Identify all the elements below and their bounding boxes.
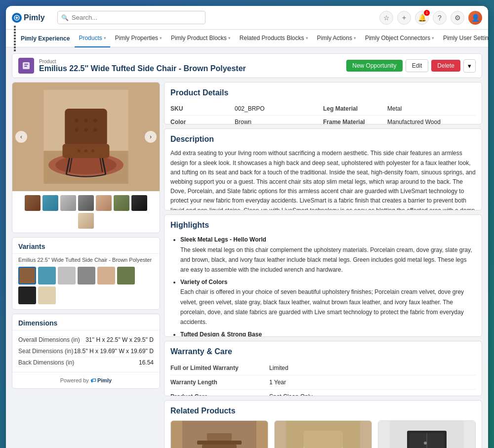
more-button[interactable]: ▾	[463, 59, 476, 73]
nav-connectors[interactable]: Pimly Object Connectors ▾	[361, 30, 438, 47]
topbar-actions: ☆ ＋ 🔔 1 ? ⚙ 👤	[379, 11, 482, 25]
highlight-item-3: Tufted Design & Strong Base The sophisti…	[180, 329, 476, 337]
highlight-item-2: Variety of Colors Each chair is offered …	[180, 277, 476, 327]
svg-point-8	[55, 156, 117, 174]
thumbnail-7[interactable]	[131, 195, 147, 211]
svg-point-15	[93, 128, 97, 132]
thumbnail-5[interactable]	[96, 195, 112, 211]
avatar[interactable]: 👤	[468, 11, 482, 25]
dimensions-table: Overall Dimensions (in) 31'' H x 22.5'' …	[12, 330, 160, 372]
product-details-grid: SKU 002_BRPO Color Brown Leg M	[170, 102, 476, 124]
thumbnail-4[interactable]	[78, 195, 94, 211]
product-image-main: ‹ ›	[12, 82, 160, 191]
product-header: Product Emilius 22.5'' Wide Tufted Side …	[12, 53, 482, 78]
nav-user-settings[interactable]: Pimly User Settings ▾	[439, 30, 488, 47]
variant-swatch-6[interactable]	[117, 267, 135, 285]
warranty-section: Warranty & Care Full or Limited Warranty…	[165, 341, 482, 396]
chevron-down-icon: ▾	[228, 36, 231, 41]
right-column: Product Details SKU 002_BRPO Color Brown	[164, 82, 482, 448]
svg-rect-9	[65, 109, 107, 146]
nav-pimly-properties[interactable]: Pimly Properties ▾	[111, 30, 166, 47]
details-right: Leg Material Metal Frame Material Manufa…	[323, 102, 476, 124]
nav-grid-icon[interactable]	[12, 24, 18, 53]
product-details-card: Product Details SKU 002_BRPO Color Brown	[164, 82, 482, 124]
description-title: Description	[170, 135, 476, 144]
variant-swatch-7[interactable]	[18, 286, 36, 304]
search-bar: 🔍	[57, 11, 206, 24]
left-column: ‹ › Variants	[12, 82, 160, 448]
nav-actions[interactable]: Pimly Actions ▾	[313, 30, 360, 47]
bell-icon[interactable]: 🔔 1	[415, 11, 429, 25]
variant-swatch-8[interactable]	[38, 286, 56, 304]
highlights-section: Highlights Sleek Metal Legs - Hello Worl…	[165, 215, 482, 337]
product-icon-box	[18, 58, 34, 74]
settings-icon[interactable]: ⚙	[451, 11, 464, 25]
related-product-3[interactable]: Appalachian End Table	[378, 420, 476, 448]
delete-button[interactable]: Delete	[431, 60, 460, 72]
nav-product-blocks[interactable]: Pimly Product Blocks ▾	[167, 30, 235, 47]
svg-rect-33	[293, 443, 303, 448]
variant-swatch-4[interactable]	[78, 267, 95, 285]
chevron-down-icon: ▾	[432, 36, 434, 41]
main-content: Product Emilius 22.5'' Wide Tufted Side …	[6, 47, 488, 448]
bookmark-icon[interactable]: ☆	[379, 11, 393, 25]
new-opportunity-button[interactable]: New Opportunity	[346, 60, 402, 72]
highlights-list: Sleek Metal Legs - Hello World The sleek…	[170, 235, 476, 337]
svg-point-41	[424, 442, 427, 445]
svg-point-10	[75, 119, 79, 122]
carousel-prev-button[interactable]: ‹	[15, 131, 27, 143]
variant-swatch-5[interactable]	[97, 267, 115, 285]
product-breadcrumb-title: Product Emilius 22.5'' Wide Tufted Side …	[39, 59, 246, 73]
chevron-down-icon: ▾	[306, 36, 308, 41]
app-name: Pimly Experience	[21, 35, 70, 42]
svg-rect-2	[24, 64, 28, 65]
carousel-next-button[interactable]: ›	[145, 131, 157, 143]
svg-rect-26	[202, 445, 237, 448]
svg-point-14	[84, 128, 88, 132]
related-product-1[interactable]: Beah 25'' Tall C End Table - Brown	[170, 420, 268, 448]
logo-icon	[12, 13, 22, 23]
add-icon[interactable]: ＋	[397, 11, 411, 25]
chevron-down-icon: ▾	[104, 36, 106, 41]
detail-color: Color Brown	[170, 116, 323, 124]
thumbnail-2[interactable]	[42, 195, 58, 211]
svg-rect-3	[24, 66, 27, 67]
nav-products[interactable]: Products ▾	[75, 30, 110, 47]
detail-leg-material: Leg Material Metal	[323, 102, 476, 116]
notification-badge: 1	[424, 10, 430, 16]
svg-rect-25	[197, 441, 242, 445]
thumbnail-1[interactable]	[25, 195, 41, 211]
description-card: Description Add extra seating to your li…	[164, 128, 482, 210]
warranty-row-1: Full or Limited Warranty Limited	[170, 361, 476, 375]
related-img-2	[275, 421, 371, 448]
thumbnails	[12, 191, 160, 233]
variant-swatch-3[interactable]	[58, 267, 76, 285]
thumbnail-3[interactable]	[60, 195, 76, 211]
svg-point-13	[75, 128, 79, 132]
highlight-item-1: Sleek Metal Legs - Hello World The sleek…	[180, 235, 476, 275]
product-image-card: ‹ ›	[12, 82, 160, 233]
variant-swatch-1[interactable]	[18, 267, 36, 285]
related-products-card: Related Products	[164, 400, 482, 448]
topbar: Pimly 🔍 ☆ ＋ 🔔 1 ? ⚙ 👤	[6, 6, 488, 30]
edit-button[interactable]: Edit	[406, 59, 429, 72]
dimensions-card: Dimensions Overall Dimensions (in) 31'' …	[12, 314, 160, 389]
variants-card: Variants Emilius 22.5'' Wide Tufted Side…	[12, 237, 160, 310]
svg-point-11	[84, 119, 88, 122]
thumbnail-6[interactable]	[114, 195, 129, 211]
thumbnail-8[interactable]	[78, 213, 94, 229]
nav-related-blocks[interactable]: Related Products Blocks ▾	[236, 30, 312, 47]
variant-label: Emilius 22.5'' Wide Tufted Side Chair - …	[12, 254, 160, 265]
svg-rect-35	[303, 431, 343, 448]
highlights-title: Highlights	[170, 221, 476, 230]
warranty-title: Warranty & Care	[170, 347, 476, 356]
pimly-logo-small: 🏷 Pimly	[90, 377, 112, 383]
search-input[interactable]	[57, 11, 206, 24]
warranty-row-3: Product Care Spot Clean Only	[170, 390, 476, 396]
help-icon[interactable]: ?	[433, 11, 447, 25]
svg-rect-34	[343, 443, 353, 448]
description-text: Add extra seating to your living room wi…	[170, 149, 476, 210]
svg-point-12	[93, 119, 97, 122]
related-product-2[interactable]: Petrin 37'' Wide Tufted Armchair - Beige	[274, 420, 372, 448]
variant-swatch-2[interactable]	[38, 267, 56, 285]
